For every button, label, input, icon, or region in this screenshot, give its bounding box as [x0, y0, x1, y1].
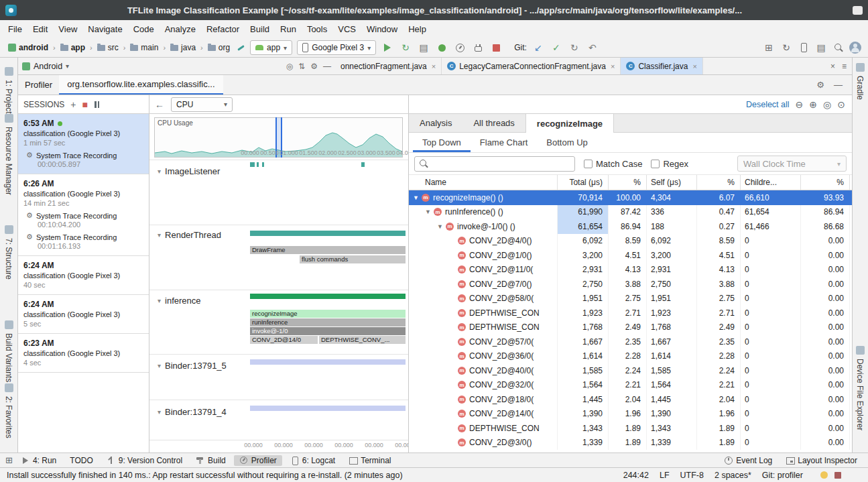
- new-session-icon[interactable]: +: [70, 100, 76, 109]
- analysis-tab-recognizeimage[interactable]: recognizeImage: [525, 114, 614, 133]
- device-manager-icon[interactable]: [797, 41, 810, 54]
- status-line-ending[interactable]: LF: [660, 471, 670, 480]
- close-tab-icon[interactable]: ×: [692, 62, 696, 70]
- menu-vcs[interactable]: VCS: [332, 22, 361, 36]
- table-row[interactable]: mCONV_2D@7/0()2,7503.882,7503.8800.00: [409, 277, 852, 292]
- build-hammer-icon[interactable]: [236, 43, 245, 52]
- menu-analyze[interactable]: Analyze: [160, 22, 201, 36]
- analysis-tab-all-threads[interactable]: All threads: [462, 114, 525, 132]
- zoom-in-icon[interactable]: ⊕: [809, 100, 817, 109]
- analysis-search-input[interactable]: [431, 159, 570, 168]
- thread-inference[interactable]: ▾inference: [158, 296, 201, 306]
- column-header-childre-5[interactable]: Childre...: [741, 175, 801, 190]
- editor-tab-legacycameraconnectionfragment-java[interactable]: CLegacyCameraConnectionFragment.java×: [442, 58, 621, 74]
- match-case-checkbox[interactable]: [584, 160, 593, 168]
- table-row[interactable]: mDEPTHWISE_CON1,9232.711,9232.7100.00: [409, 306, 852, 320]
- breadcrumb-src[interactable]: src: [96, 42, 120, 53]
- table-row[interactable]: mDEPTHWISE_CON1,3431.891,3431.8900.00: [409, 421, 852, 436]
- session-item[interactable]: 6:26 AMclassification (Google Pixel 3)14…: [18, 174, 149, 256]
- search-everywhere-icon[interactable]: [832, 41, 845, 54]
- tool-window-button-todo[interactable]: TODO: [64, 455, 98, 466]
- session-artifact[interactable]: ⚙System Trace Recording: [18, 208, 149, 220]
- menu-navigate[interactable]: Navigate: [82, 22, 127, 36]
- table-row[interactable]: mCONV_2D@57/0(1,6672.351,6672.3500.00: [409, 335, 852, 349]
- tab-list-icon[interactable]: ≡: [842, 62, 847, 71]
- trace-span-depthwise-conv[interactable]: DEPTHWISE_CONV_...: [319, 336, 406, 344]
- pause-session-icon[interactable]: [94, 101, 100, 108]
- apply-changes-button[interactable]: ↻: [399, 41, 412, 54]
- project-view-selector[interactable]: Android ▾: [22, 62, 69, 71]
- notification-bell-icon[interactable]: [820, 471, 828, 479]
- tool-button-7-structure[interactable]: 7: Structure: [4, 225, 13, 280]
- table-row[interactable]: mCONV_2D@36/0(1,6142.281,6142.2800.00: [409, 349, 852, 364]
- reset-zoom-icon[interactable]: ◎: [823, 100, 831, 109]
- tool-button-1-project[interactable]: 1: Project: [4, 67, 13, 114]
- vcs-history-button[interactable]: ↻: [568, 41, 581, 54]
- run-configuration-select[interactable]: app ▾: [250, 40, 292, 55]
- trace-span-drawframe[interactable]: DrawFrame: [250, 246, 406, 254]
- profiler-session-tab[interactable]: org.tensorflow.lite.examples.classific..…: [59, 75, 223, 95]
- menu-file[interactable]: File: [3, 22, 27, 36]
- table-row[interactable]: mCONV_2D@11/0(2,9314.132,9314.1300.00: [409, 263, 852, 278]
- project-structure-icon[interactable]: ⊞: [762, 41, 776, 54]
- tool-button-build-variants[interactable]: Build Variants: [4, 320, 13, 382]
- vcs-update-button[interactable]: ↙: [532, 41, 545, 54]
- trace-span-recognizeimage[interactable]: recognizeImage: [250, 310, 406, 318]
- session-item[interactable]: 6:24 AMclassification (Google Pixel 3)5 …: [18, 295, 149, 334]
- tool-window-switcher-icon[interactable]: ⊞: [5, 456, 13, 465]
- analysis-tab-analysis[interactable]: Analysis: [409, 114, 462, 132]
- column-header--6[interactable]: %: [801, 175, 850, 190]
- session-item[interactable]: 6:53 AMclassification (Google Pixel 3)1 …: [18, 114, 149, 174]
- breadcrumb-java[interactable]: java: [169, 42, 197, 53]
- tool-window-button-layout-inspector[interactable]: Layout Inspector: [780, 455, 863, 466]
- breadcrumb-main[interactable]: main: [129, 42, 160, 53]
- column-header-self-s-3[interactable]: Self (μs): [647, 175, 697, 190]
- zoom-out-icon[interactable]: ⊖: [796, 100, 804, 109]
- recording-status-icon[interactable]: [834, 472, 841, 479]
- breadcrumb-android[interactable]: android: [7, 42, 50, 53]
- table-row[interactable]: mCONV_2D@58/0(1,9512.751,9512.7500.00: [409, 292, 852, 306]
- sdk-manager-icon[interactable]: ▤: [814, 41, 828, 54]
- stop-button[interactable]: [489, 41, 503, 54]
- device-select[interactable]: Google Pixel 3 ▾: [297, 40, 376, 55]
- stop-session-icon[interactable]: ■: [82, 100, 88, 109]
- table-row[interactable]: ▼minvoke@-1/0() ()61,65486.941880.2761,4…: [409, 219, 852, 234]
- tool-window-button-profiler[interactable]: Profiler: [234, 455, 282, 466]
- profile-button[interactable]: [453, 41, 467, 54]
- thread-binder-13791-4[interactable]: ▾Binder:13791_4: [158, 407, 227, 417]
- table-row[interactable]: mCONV_2D@40/0(1,5852.241,5852.2400.00: [409, 363, 852, 378]
- column-header-name-0[interactable]: Name: [409, 175, 558, 190]
- status-git-branch[interactable]: Git: profiler: [762, 471, 803, 480]
- expander-icon[interactable]: ▼: [437, 223, 446, 230]
- trace-span-conv-2d-14-0[interactable]: CONV_2D@14/0: [250, 336, 318, 344]
- table-row[interactable]: mCONV_2D@14/0(1,3901.961,3901.9600.00: [409, 407, 852, 422]
- thread-imagelistener[interactable]: ▾ImageListener: [158, 166, 220, 176]
- tool-button-gradle[interactable]: Gradle: [855, 63, 865, 100]
- regex-checkbox[interactable]: [651, 160, 660, 168]
- vcs-commit-button[interactable]: ✓: [550, 41, 563, 54]
- thread-binder-13791-5[interactable]: ▾Binder:13791_5: [158, 361, 227, 371]
- column-header-total-s-1[interactable]: Total (μs): [558, 175, 609, 190]
- tool-window-button-9-version-control[interactable]: 9: Version Control: [101, 455, 188, 466]
- run-button[interactable]: [381, 41, 394, 54]
- deselect-all-link[interactable]: Deselect all: [746, 100, 790, 109]
- window-control-button[interactable]: [853, 6, 863, 15]
- table-row[interactable]: mDEPTHWISE_CON1,7682.491,7682.4900.00: [409, 320, 852, 335]
- trace-span-flush-commands[interactable]: flush commands: [300, 255, 406, 263]
- chart-type-select[interactable]: CPU ▾: [171, 97, 233, 112]
- table-row[interactable]: mCONV_2D@18/0(1,4452.041,4452.0400.00: [409, 392, 852, 407]
- zoom-to-selection-icon[interactable]: ⊙: [837, 100, 845, 109]
- tool-window-button-event-log[interactable]: Event Log: [719, 455, 778, 466]
- profile-avatar[interactable]: [849, 42, 861, 54]
- column-header--2[interactable]: %: [609, 175, 647, 190]
- gear-icon[interactable]: ⚙: [310, 62, 318, 71]
- gear-icon[interactable]: ⚙: [816, 80, 824, 90]
- menu-code[interactable]: Code: [128, 22, 160, 36]
- status-message[interactable]: Install successfully finished in 140 ms.…: [7, 471, 623, 480]
- tool-window-button-build[interactable]: Build: [190, 455, 231, 466]
- menu-run[interactable]: Run: [275, 22, 302, 36]
- tool-button-2-favorites[interactable]: 2: Favorites: [4, 383, 13, 438]
- subtab-bottom-up[interactable]: Bottom Up: [537, 133, 597, 152]
- tool-window-button-terminal[interactable]: Terminal: [343, 455, 396, 466]
- apply-code-changes-button[interactable]: ▤: [417, 41, 430, 54]
